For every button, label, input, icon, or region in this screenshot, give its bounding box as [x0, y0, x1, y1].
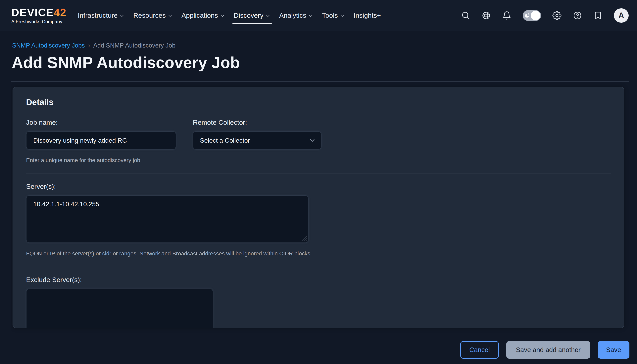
job-name-row: Job name: Enter a unique name for the au…	[26, 118, 611, 164]
nav-item-applications[interactable]: Applications	[177, 0, 229, 31]
exclude-servers-textarea[interactable]	[26, 288, 213, 328]
page-title: Add SNMP Autodiscovery Job	[12, 54, 637, 72]
nav-label: Applications	[181, 12, 218, 19]
nav-item-analytics[interactable]: Analytics	[275, 0, 318, 31]
select-value: Select a Collector	[200, 137, 250, 144]
logo-wordmark: DEVICE42	[11, 7, 67, 18]
settings-icon[interactable]	[552, 11, 561, 20]
nav-item-tools[interactable]: Tools	[318, 0, 349, 31]
job-name-field: Job name: Enter a unique name for the au…	[26, 118, 176, 164]
nav-label: Analytics	[279, 12, 306, 19]
avatar-initial: A	[618, 11, 624, 20]
main-nav: Infrastructure Resources Applications Di…	[73, 0, 385, 31]
globe-icon[interactable]	[482, 11, 491, 20]
nav-label: Tools	[322, 12, 338, 19]
remote-collector-select[interactable]: Select a Collector	[193, 131, 321, 150]
job-name-helper: Enter a unique name for the autodiscover…	[26, 157, 176, 164]
device42-logo[interactable]: DEVICE42 A Freshworks Company	[11, 7, 67, 24]
details-section-title: Details	[26, 98, 611, 107]
logo-42-text: 42	[54, 6, 67, 18]
section-divider	[26, 267, 611, 267]
nav-item-infrastructure[interactable]: Infrastructure	[73, 0, 129, 31]
job-name-label: Job name:	[26, 118, 176, 126]
cancel-button[interactable]: Cancel	[460, 341, 499, 359]
remote-collector-label: Remote Collector:	[193, 118, 321, 126]
chevron-down-icon	[265, 13, 271, 18]
job-name-input[interactable]	[26, 131, 176, 150]
exclude-servers-field: Exclude Server(s):	[26, 276, 611, 328]
servers-helper: FQDN or IP of the server(s) or cidr or r…	[26, 250, 611, 257]
nav-label: Discovery	[234, 12, 263, 19]
help-icon[interactable]	[573, 11, 582, 20]
chevron-down-icon	[119, 13, 124, 18]
form-scroll-area: Details Job name: Enter a unique name fo…	[11, 81, 629, 334]
theme-toggle[interactable]	[523, 10, 541, 21]
chevron-down-icon	[309, 137, 316, 144]
chevron-down-icon	[220, 13, 225, 18]
logo-device-text: DEVICE	[11, 6, 54, 18]
header-actions: A	[461, 8, 629, 23]
details-card: Details Job name: Enter a unique name fo…	[13, 87, 624, 328]
chevron-down-icon	[308, 13, 313, 18]
bookmark-icon[interactable]	[593, 11, 602, 20]
exclude-servers-label: Exclude Server(s):	[26, 276, 611, 284]
notifications-icon[interactable]	[502, 11, 511, 20]
nav-label: Infrastructure	[78, 12, 118, 19]
nav-item-discovery[interactable]: Discovery	[229, 0, 275, 31]
save-and-add-another-button[interactable]: Save and add another	[506, 341, 590, 359]
search-icon[interactable]	[461, 11, 470, 20]
nav-label: Insights+	[354, 12, 381, 19]
nav-item-resources[interactable]: Resources	[129, 0, 177, 31]
breadcrumb: SNMP Autodiscovery Jobs › Add SNMP Autod…	[12, 42, 637, 49]
chevron-down-icon	[167, 13, 173, 18]
breadcrumb-current: Add SNMP Autodiscovery Job	[93, 42, 175, 49]
moon-icon	[524, 12, 531, 19]
save-button[interactable]: Save	[598, 341, 629, 359]
form-action-footer: Cancel Save and add another Save	[0, 336, 637, 364]
servers-label: Server(s):	[26, 182, 611, 190]
nav-item-insights-plus[interactable]: Insights+	[349, 0, 385, 31]
servers-textarea[interactable]: 10.42.1.1-10.42.10.255	[26, 195, 309, 243]
section-divider	[26, 174, 611, 174]
logo-tagline: A Freshworks Company	[11, 20, 67, 24]
servers-field: Server(s): 10.42.1.1-10.42.10.255 FQDN o…	[26, 182, 611, 257]
toggle-thumb	[531, 11, 540, 20]
chevron-down-icon	[340, 13, 345, 18]
user-avatar[interactable]: A	[614, 8, 629, 23]
breadcrumb-separator: ›	[88, 42, 90, 49]
breadcrumb-parent-link[interactable]: SNMP Autodiscovery Jobs	[12, 42, 85, 49]
nav-label: Resources	[133, 12, 166, 19]
remote-collector-field: Remote Collector: Select a Collector	[193, 118, 321, 164]
top-navigation-bar: DEVICE42 A Freshworks Company Infrastruc…	[0, 0, 637, 31]
